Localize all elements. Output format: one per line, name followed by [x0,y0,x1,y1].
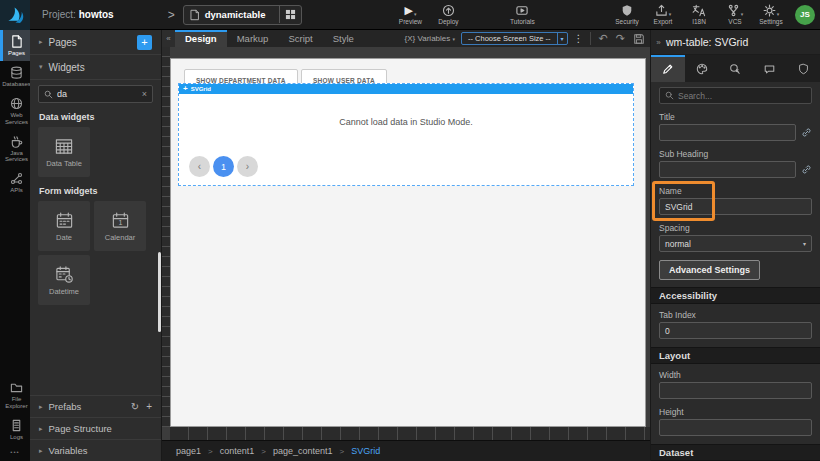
properties-search [659,87,812,104]
variables-dropdown[interactable]: {X} Variables ▾ [405,34,455,43]
svgrid-selection-bar[interactable]: + SVGrid [179,84,633,94]
topbar-right-actions: Security ▾ Export I18N ▾ VCS ▾ Settin [611,4,820,25]
tab-style[interactable]: Style [323,30,364,47]
refresh-prefabs-icon[interactable]: ↻ [131,401,139,412]
tab-markup[interactable]: Markup [227,30,279,47]
data-table-icon [54,137,74,156]
rail-item-file-explorer[interactable]: File Explorer [0,376,30,414]
rail-item-apis[interactable]: APIs [0,167,30,198]
export-button[interactable]: ▾ Export [647,4,679,25]
chat-bubble-icon [763,63,776,75]
tab-styles[interactable] [685,55,719,82]
add-prefab-icon[interactable]: + [146,401,152,412]
tutorials-button[interactable]: Tutorials [506,4,538,25]
vertical-ruler [162,47,170,427]
breadcrumb-page1[interactable]: page1 [176,446,201,456]
tab-script[interactable]: Script [278,30,322,47]
widget-datetime[interactable]: Datetime [38,255,90,305]
widgets-scrollbar[interactable] [158,252,161,332]
screen-size-select[interactable]: -- Choose Screen Size -- ▾ [461,32,568,45]
widget-date[interactable]: Date [38,201,90,251]
breadcrumb-svgrid[interactable]: SVGrid [351,446,380,456]
chevron-right-icon: > [168,8,175,22]
vcs-button[interactable]: ▾ VCS [719,4,751,25]
sub-heading-input[interactable] [659,161,796,178]
advanced-settings-button[interactable]: Advanced Settings [659,260,760,280]
pages-section-header[interactable]: ▸ Pages + [30,30,161,55]
title-label: Title [659,112,812,122]
clear-search-icon[interactable]: × [142,89,147,99]
redo-icon[interactable]: ↷ [616,32,625,45]
tab-security[interactable] [786,55,820,82]
pencil-icon [662,63,674,75]
breadcrumb-content1[interactable]: content1 [220,446,255,456]
deploy-button[interactable]: Deploy [432,4,464,25]
name-input[interactable] [659,198,812,215]
security-button[interactable]: Security [611,4,643,25]
expand-panel-icon[interactable]: » [651,38,666,47]
chevron-down-icon: ▾ [414,11,417,17]
svgrid-widget[interactable]: + SVGrid Cannot load data in Studio Mode… [178,83,634,186]
tab-properties[interactable] [651,55,685,82]
name-label: Name [659,186,812,196]
accessibility-section-header[interactable]: Accessibility [651,287,820,304]
rail-spacer [0,198,30,376]
bind-link-icon[interactable] [801,164,812,175]
save-icon[interactable] [633,33,645,45]
spacing-select[interactable]: normal ▾ [659,235,812,252]
toolbar-right: {X} Variables ▾ -- Choose Screen Size --… [405,30,650,47]
chevron-down-icon: ▾ [453,36,456,42]
grid-view-icon[interactable] [279,6,301,23]
wavemaker-logo[interactable] [0,0,30,30]
bind-link-icon[interactable] [801,127,812,138]
tab-events[interactable] [719,55,753,82]
rail-item-pages[interactable]: Pages [0,30,30,61]
rail-item-logs[interactable]: Logs [0,414,30,445]
palette-icon [696,63,708,75]
breadcrumb-page-content1[interactable]: page_content1 [273,446,333,456]
properties-search-input[interactable] [678,91,806,101]
pager-next-button[interactable]: › [237,156,258,177]
caret-right-icon: ▸ [39,38,43,46]
widget-search: × [38,85,153,103]
widget-search-input[interactable] [57,89,138,99]
shield-icon [621,4,633,17]
caret-right-icon: ▸ [39,425,43,433]
rail-item-java-services[interactable]: Java Services [0,130,30,168]
pager-prev-button[interactable]: ‹ [189,156,210,177]
variables-section-header[interactable]: ▸ Variables [30,439,161,461]
dataset-section-header[interactable]: Dataset [651,444,820,461]
title-input[interactable] [659,124,796,141]
tab-device[interactable] [752,55,786,82]
design-canvas[interactable]: SHOW DEPARTMENT DATA SHOW USER DATA + SV… [170,58,646,427]
user-avatar[interactable]: JS [795,5,815,25]
height-input[interactable] [659,419,812,436]
widget-calendar[interactable]: 1 Calendar [94,201,146,251]
widget-data-table[interactable]: Data Table [38,127,90,177]
page-selector[interactable]: dynamictable [183,5,303,25]
preview-button[interactable]: ▶ ▾ Preview [394,4,426,25]
prefabs-section-header[interactable]: ▸ Prefabs ↻ + [30,395,161,417]
gear-icon [763,4,776,17]
add-page-button[interactable]: + [137,35,152,50]
page-structure-section-header[interactable]: ▸ Page Structure [30,417,161,439]
rail-item-web-services[interactable]: Web Services [0,92,30,130]
tab-design[interactable]: Design [175,30,227,47]
more-options-icon[interactable]: ⋮ [574,33,584,44]
properties-tabs [651,55,820,82]
undo-icon[interactable]: ↶ [599,32,608,45]
settings-button[interactable]: ▾ Settings [755,4,787,25]
widgets-section-header[interactable]: ▾ Widgets [30,55,161,80]
pager-page-1-button[interactable]: 1 [213,156,234,177]
i18n-button[interactable]: I18N [683,4,715,25]
height-label: Height [659,407,812,417]
date-icon [55,211,74,230]
play-icon: ▶ [404,4,412,17]
rail-item-databases[interactable]: Databases [0,61,30,92]
layout-section-header[interactable]: Layout [651,347,820,364]
rail-more-button[interactable]: ••• [0,445,30,461]
tab-index-input[interactable] [659,322,812,339]
collapse-left-panel-button[interactable]: « [162,30,175,47]
width-input[interactable] [659,382,812,399]
wavemaker-studio: Project: howtos > dynamictable ▶ ▾ Previ… [0,0,820,461]
